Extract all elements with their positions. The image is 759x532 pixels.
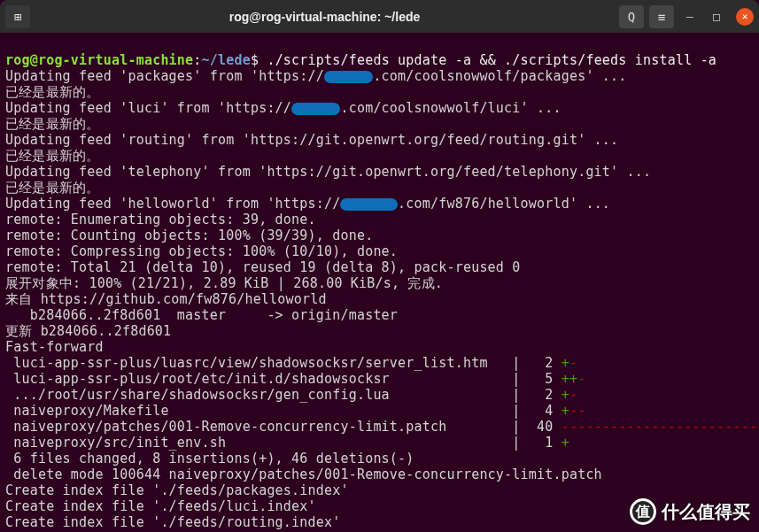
diff-minus: - — [569, 355, 577, 371]
window-titlebar: ⊞ rog@rog-virtual-machine: ~/lede Q ≡ — … — [0, 0, 759, 33]
output-line: .com/fw876/helloworld' ... — [398, 196, 610, 212]
output-line: Create index file './feeds/luci.index' — [5, 498, 316, 514]
hamburger-icon: ≡ — [658, 10, 665, 24]
diff-minus: - — [569, 387, 577, 403]
diff-line: naiveproxy/src/init_env.sh | 1 — [5, 435, 562, 451]
diff-line: naiveproxy/Makefile | 4 — [5, 403, 562, 419]
minimize-icon: — — [686, 10, 693, 23]
output-line: Create index file './feeds/routing.index… — [5, 514, 340, 530]
output-line: remote: Compressing objects: 100% (10/10… — [5, 243, 398, 259]
diff-line: .../root/usr/share/shadowsocksr/gen_conf… — [5, 387, 562, 403]
output-line: .com/coolsnowwolf/luci' ... — [340, 100, 561, 116]
titlebar-right: Q ≡ — □ ✕ — [619, 5, 754, 28]
output-line: remote: Counting objects: 100% (39/39), … — [5, 227, 373, 243]
command-text: ./scripts/feeds update -a && ./scripts/f… — [259, 52, 716, 68]
output-line: 已经是最新的。 — [5, 148, 99, 164]
redacted-text: XXXXXX — [291, 103, 340, 115]
titlebar-left: ⊞ — [5, 5, 30, 28]
diff-line: naiveproxy/patches/001-Remove-concurrenc… — [5, 419, 562, 435]
output-line: 来自 https://github.com/fw876/helloworld — [5, 291, 327, 307]
watermark: 值 什么值得买 — [630, 498, 750, 525]
diff-plus: + — [562, 403, 569, 419]
diff-plus: ++ — [562, 371, 577, 387]
diff-plus: + — [562, 355, 569, 371]
menu-button[interactable]: ≡ — [649, 5, 674, 28]
minimize-button[interactable]: — — [679, 6, 701, 27]
maximize-button[interactable]: □ — [706, 6, 727, 27]
new-tab-button[interactable]: ⊞ — [5, 5, 30, 28]
output-line: Updating feed 'packages' from 'https:// — [5, 68, 324, 84]
diff-plus: + — [562, 387, 569, 403]
output-line: 已经是最新的。 — [5, 180, 99, 196]
prompt-user-host: rog@rog-virtual-machine — [5, 52, 193, 68]
diff-minus: ----------------------------- — [562, 419, 759, 435]
maximize-icon: □ — [713, 10, 720, 23]
diff-minus: -- — [569, 403, 585, 419]
output-line: Fast-forward — [5, 339, 104, 355]
diff-line: luci-app-ssr-plus/luasrc/view/shadowsock… — [5, 355, 562, 371]
output-line: Updating feed 'helloworld' from 'https:/… — [5, 196, 340, 212]
output-line: 6 files changed, 8 insertions(+), 46 del… — [5, 451, 414, 466]
output-line: remote: Enumerating objects: 39, done. — [5, 212, 316, 227]
prompt-dollar: $ — [251, 52, 259, 68]
diff-plus: + — [562, 435, 569, 451]
output-line: 更新 b284066..2f8d601 — [5, 323, 171, 339]
prompt-path: ~/lede — [202, 52, 251, 68]
output-line: Updating feed 'telephony' from 'https://… — [5, 164, 651, 180]
output-line: delete mode 100644 naiveproxy/patches/00… — [5, 466, 602, 482]
output-line: Updating feed 'luci' from 'https:// — [5, 100, 291, 116]
output-line: .com/coolsnowwolf/packages' ... — [373, 68, 626, 84]
watermark-text: 什么值得买 — [662, 500, 750, 524]
diff-line: luci-app-ssr-plus/root/etc/init.d/shadow… — [5, 371, 562, 387]
watermark-badge-icon: 值 — [630, 498, 656, 525]
output-line: Create index file './feeds/packages.inde… — [5, 482, 349, 498]
redacted-text: XXXXXXX — [340, 198, 398, 211]
diff-minus: - — [577, 371, 585, 387]
window-title: rog@rog-virtual-machine: ~/lede — [30, 10, 619, 24]
new-tab-icon: ⊞ — [14, 10, 21, 24]
output-line: remote: Total 21 (delta 10), reused 19 (… — [5, 259, 521, 275]
prompt-sep: : — [193, 52, 201, 68]
output-line: b284066..2f8d601 master -> origin/master — [5, 307, 398, 323]
terminal-output[interactable]: rog@rog-virtual-machine:~/lede$ ./script… — [0, 33, 759, 532]
redacted-text: XXXXXX — [324, 71, 373, 83]
search-icon: Q — [628, 10, 635, 24]
search-button[interactable]: Q — [619, 5, 644, 28]
close-button[interactable]: ✕ — [736, 8, 754, 26]
output-line: 已经是最新的。 — [5, 84, 99, 100]
output-line: 展开对象中: 100% (21/21), 2.89 KiB | 268.00 K… — [5, 275, 443, 291]
output-line: Updating feed 'routing' from 'https://gi… — [5, 132, 618, 148]
output-line: 已经是最新的。 — [5, 116, 99, 132]
close-icon: ✕ — [742, 11, 748, 22]
